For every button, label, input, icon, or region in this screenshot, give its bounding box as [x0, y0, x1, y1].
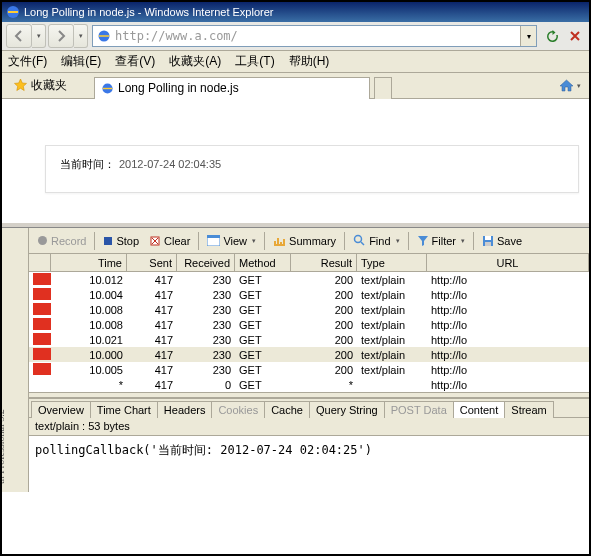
record-button[interactable]: Record: [33, 233, 90, 249]
content-info: text/plain : 53 bytes: [29, 418, 589, 436]
chevron-down-icon: ▾: [461, 237, 465, 245]
back-button[interactable]: [6, 24, 32, 48]
table-row[interactable]: 10.005417230GET200text/plainhttp://lo: [29, 362, 589, 377]
tab-stream[interactable]: Stream: [504, 401, 553, 418]
window-title: Long Polling in node.js - Windows Intern…: [24, 6, 273, 18]
col-received[interactable]: Received: [177, 254, 235, 271]
stop-record-button[interactable]: Stop: [99, 233, 143, 249]
ie-icon: [6, 5, 20, 19]
menu-help[interactable]: 帮助(H): [289, 53, 330, 70]
col-method[interactable]: Method: [235, 254, 291, 271]
status-indicator: [33, 288, 51, 300]
devtools-panel: th Professional 5.2 Record Stop Clear Vi…: [2, 228, 589, 492]
tab-postdata[interactable]: POST Data: [384, 401, 454, 418]
find-label: Find: [369, 235, 390, 247]
menu-view[interactable]: 查看(V): [115, 53, 155, 70]
grid-header: Time Sent Received Method Result Type UR…: [29, 254, 589, 272]
page-icon: [101, 82, 114, 95]
menu-tools[interactable]: 工具(T): [235, 53, 274, 70]
tab-querystring[interactable]: Query String: [309, 401, 385, 418]
save-label: Save: [497, 235, 522, 247]
menu-favorites[interactable]: 收藏夹(A): [169, 53, 221, 70]
svg-rect-4: [104, 237, 112, 245]
menu-edit[interactable]: 编辑(E): [61, 53, 101, 70]
devtools-toolbar: Record Stop Clear View ▾ Summary Find ▾: [29, 228, 589, 254]
col-result[interactable]: Result: [291, 254, 357, 271]
col-sent[interactable]: Sent: [127, 254, 177, 271]
clear-button[interactable]: Clear: [145, 233, 194, 249]
tab-cache[interactable]: Cache: [264, 401, 310, 418]
table-row[interactable]: *4170GET*http://lo: [29, 377, 589, 392]
tab-cookies[interactable]: Cookies: [211, 401, 265, 418]
forward-button[interactable]: [48, 24, 74, 48]
find-button[interactable]: Find ▾: [349, 232, 403, 249]
devtools-sidebar: th Professional 5.2: [2, 228, 29, 492]
status-indicator: [33, 273, 51, 285]
col-type[interactable]: Type: [357, 254, 427, 271]
save-button[interactable]: Save: [478, 233, 526, 249]
time-value: 2012-07-24 02:04:35: [119, 158, 221, 170]
filter-button[interactable]: Filter ▾: [413, 233, 469, 249]
nav-toolbar: ▾ ▾ ▾: [2, 22, 589, 51]
home-button[interactable]: ▾: [554, 76, 585, 96]
svg-point-3: [38, 236, 47, 245]
menu-bar: 文件(F) 编辑(E) 查看(V) 收藏夹(A) 工具(T) 帮助(H): [2, 51, 589, 73]
menu-file[interactable]: 文件(F): [8, 53, 47, 70]
devtools-sidebar-text: th Professional 5.2: [0, 409, 6, 484]
browser-tab[interactable]: Long Polling in node.js: [94, 77, 370, 99]
clear-label: Clear: [164, 235, 190, 247]
svg-rect-11: [485, 242, 491, 246]
address-bar[interactable]: ▾: [92, 25, 537, 47]
tab-content[interactable]: Content: [453, 401, 506, 418]
filter-label: Filter: [432, 235, 456, 247]
detail-tabs: Overview Time Chart Headers Cookies Cach…: [29, 398, 589, 418]
window-titlebar: Long Polling in node.js - Windows Intern…: [2, 2, 589, 22]
refresh-button[interactable]: [542, 26, 562, 46]
table-row[interactable]: 10.008417230GET200text/plainhttp://lo: [29, 317, 589, 332]
grid-body: 10.012417230GET200text/plainhttp://lo10.…: [29, 272, 589, 392]
view-label: View: [223, 235, 247, 247]
status-indicator: [33, 303, 51, 315]
status-indicator: [33, 348, 51, 360]
col-indicator[interactable]: [29, 254, 51, 271]
col-url[interactable]: URL: [427, 254, 589, 271]
svg-rect-7: [207, 235, 220, 238]
time-label: 当前时间：: [60, 158, 115, 170]
tab-timechart[interactable]: Time Chart: [90, 401, 158, 418]
table-row[interactable]: 10.012417230GET200text/plainhttp://lo: [29, 272, 589, 287]
status-indicator: [33, 333, 51, 345]
page-content: 当前时间：2012-07-24 02:04:35: [2, 99, 589, 222]
star-icon: [13, 78, 28, 93]
table-row[interactable]: 10.004417230GET200text/plainhttp://lo: [29, 287, 589, 302]
tab-title: Long Polling in node.js: [118, 81, 239, 95]
table-row[interactable]: 10.008417230GET200text/plainhttp://lo: [29, 302, 589, 317]
new-tab-button[interactable]: [374, 77, 392, 99]
svg-rect-10: [485, 236, 491, 240]
content-body[interactable]: pollingCallback('当前时间: 2012-07-24 02:04:…: [29, 436, 589, 492]
request-grid: Time Sent Received Method Result Type UR…: [29, 254, 589, 392]
view-button[interactable]: View ▾: [203, 233, 260, 249]
back-history-dropdown[interactable]: ▾: [32, 24, 46, 48]
summary-label: Summary: [289, 235, 336, 247]
chevron-down-icon: ▾: [396, 237, 400, 245]
address-dropdown[interactable]: ▾: [520, 26, 536, 46]
table-row[interactable]: 10.021417230GET200text/plainhttp://lo: [29, 332, 589, 347]
chevron-down-icon: ▾: [252, 237, 256, 245]
address-input[interactable]: [115, 29, 520, 43]
favorites-button[interactable]: 收藏夹: [6, 74, 74, 97]
tab-headers[interactable]: Headers: [157, 401, 213, 418]
forward-history-dropdown[interactable]: ▾: [74, 24, 88, 48]
time-card: 当前时间：2012-07-24 02:04:35: [45, 145, 579, 193]
status-indicator: [33, 318, 51, 330]
col-time[interactable]: Time: [51, 254, 127, 271]
status-indicator: [33, 363, 51, 375]
table-row[interactable]: 10.000417230GET200text/plainhttp://lo: [29, 347, 589, 362]
tab-overview[interactable]: Overview: [31, 401, 91, 418]
record-label: Record: [51, 235, 86, 247]
stop-label: Stop: [116, 235, 139, 247]
stop-button[interactable]: [565, 26, 585, 46]
summary-button[interactable]: Summary: [269, 233, 340, 249]
page-icon: [96, 28, 112, 44]
favorites-label: 收藏夹: [31, 77, 67, 94]
svg-point-8: [355, 236, 362, 243]
